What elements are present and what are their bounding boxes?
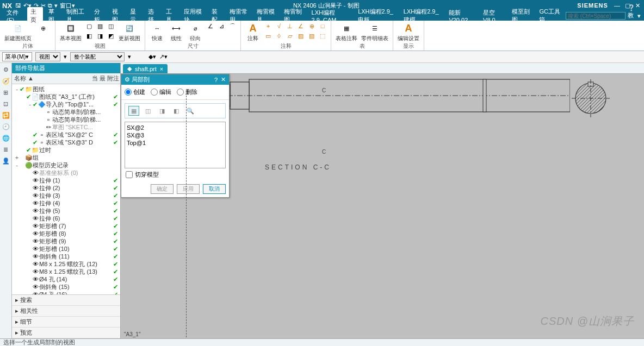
tree-node[interactable]: 👁基准坐标系 (0) [12, 169, 120, 177]
apply-button[interactable]: 应用 [177, 184, 200, 194]
dialog-close-icon[interactable]: ✕ [221, 76, 226, 83]
tree-node[interactable]: +📦组 [12, 154, 120, 161]
step-curve-icon[interactable]: ◧ [171, 106, 182, 116]
search-input[interactable] [566, 12, 626, 20]
view-icon-1[interactable]: ▢ [84, 22, 94, 30]
sel-icon-1[interactable]: ◆▾ [148, 53, 156, 60]
tree-node[interactable]: -✔🔷导入的 "Top@1"...✔ [12, 100, 120, 108]
browser-icon[interactable]: 🌐 [2, 135, 10, 142]
annot-icon-9[interactable]: ▱ [285, 32, 295, 40]
col-attach[interactable]: 当 最 附注 [88, 73, 120, 84]
linear-dim-button[interactable]: ⟷线性 [168, 22, 185, 41]
tree-node[interactable]: 👁拉伸 (6)✔ [12, 215, 120, 222]
tree-node[interactable]: ✔📁过时 [12, 146, 120, 154]
tree-node[interactable]: 👁M8 x 1.25 螺纹孔 (12)✔ [12, 260, 120, 268]
graphics-window[interactable]: ◆ shaft.prt × ⚙ 局部剖 ? ✕ 创建 编辑 删除 ▦ ◫ [121, 63, 644, 338]
assembly-nav-icon[interactable]: ⊞ [3, 89, 8, 96]
update-view-button[interactable]: 🔄更新视图 [117, 22, 141, 41]
constraint-icon[interactable]: ⊡ [3, 100, 8, 108]
menu-button[interactable]: 菜单(M)▾ [2, 52, 32, 61]
acc-search[interactable]: ▸ 搜索 [12, 295, 120, 306]
tree-node[interactable]: -🟢模型历史记录 [12, 161, 120, 169]
tree-node[interactable]: ✔▫表区域 "SX@2" C✔ [12, 131, 120, 139]
annot-icon-3[interactable]: ⊥ [285, 22, 295, 30]
filter-icon-1[interactable]: ▾ [64, 53, 67, 60]
tree-node[interactable]: 👁拉伸 (5)✔ [12, 207, 120, 215]
acc-detail[interactable]: ▸ 细节 [12, 317, 120, 328]
table-note-button[interactable]: ▦表格注释 [335, 22, 358, 41]
step-base-point-icon[interactable]: ◫ [143, 106, 153, 116]
tree-node[interactable]: 👁拉伸 (3)✔ [12, 192, 120, 199]
step-extrude-icon[interactable]: ◨ [157, 106, 168, 116]
tab-close-icon[interactable]: × [160, 66, 163, 72]
history-icon[interactable]: 🕘 [2, 123, 10, 130]
tree-node[interactable]: 👁矩形槽 (8)✔ [12, 230, 120, 237]
ribbon-collapse-icon[interactable]: ▾ [637, 12, 641, 20]
view-icon-2[interactable]: ▥ [95, 22, 105, 30]
annot-icon-11[interactable]: ▧ [307, 32, 317, 40]
annot-icon-6[interactable]: □ [318, 22, 327, 30]
roles-icon[interactable]: 👤 [2, 158, 10, 165]
reuse-icon[interactable]: 🔁 [2, 112, 10, 119]
radio-create[interactable]: 创建 [125, 88, 145, 96]
tree-node[interactable]: 👁拉伸 (4)✔ [12, 199, 120, 207]
tree-node[interactable]: 👁拉伸 (1)✔ [12, 177, 120, 184]
tab-nengxin[interactable]: 能新 V20.02 [445, 8, 478, 24]
view-icon-5[interactable]: ◨ [95, 32, 105, 40]
sel-icon-2[interactable]: ↗▾ [159, 53, 168, 60]
dialog-view-list[interactable]: SX@2 SX@3 Top@1 [125, 122, 226, 168]
navigator-icon[interactable]: 🧭 [2, 78, 10, 85]
note-button[interactable]: A注释 [244, 22, 262, 41]
edit-settings-button[interactable]: A编辑设置 [397, 22, 420, 41]
rapid-dim-button[interactable]: ↔快速 [148, 22, 166, 41]
acc-preview[interactable]: ▸ 预览 [12, 328, 120, 338]
tree-node[interactable]: -✔📁图纸 [12, 85, 120, 93]
annot-icon-12[interactable]: ⬚ [318, 32, 327, 40]
list-item[interactable]: SX@3 [127, 131, 224, 139]
base-view-button[interactable]: 🔲基本视图 [59, 22, 83, 41]
view-icon-6[interactable]: ◩ [106, 32, 116, 40]
tree-node[interactable]: 👁倒斜角 (11)✔ [12, 253, 120, 260]
tree-node[interactable]: 👁Ø4 孔 (16)✔ [12, 291, 120, 294]
annot-icon-1[interactable]: ⌖ [263, 22, 273, 30]
navigator-tree[interactable]: -✔📁图纸 ✔📄图纸页 "A3_1" (工作)✔-✔🔷导入的 "Top@1"..… [12, 84, 120, 294]
tree-node[interactable]: ▫动态简单剖/阶梯... [12, 108, 120, 116]
tree-node[interactable]: ✏草图 "SKETC... [12, 123, 120, 131]
tree-node[interactable]: 👁Ø4 孔 (14)✔ [12, 275, 120, 283]
annot-icon-2[interactable]: √ [274, 22, 284, 30]
ok-button[interactable]: 确定 [151, 184, 174, 194]
view-icon-3[interactable]: ◫ [106, 22, 116, 30]
annot-icon-10[interactable]: ▨ [296, 32, 306, 40]
acc-dependency[interactable]: ▸ 相关性 [12, 306, 120, 317]
dialog-header[interactable]: ⚙ 局部剖 ? ✕ [121, 74, 229, 85]
layers-icon[interactable]: ≣ [3, 146, 8, 153]
tree-node[interactable]: 👁矩形槽 (9)✔ [12, 237, 120, 245]
help-link[interactable]: ❔ 教程 [628, 4, 635, 28]
tree-node[interactable]: ✔▫表区域 "SX@3" D✔ [12, 139, 120, 146]
gear-icon[interactable]: ⚙ [3, 66, 9, 73]
cancel-button[interactable]: 取消 [203, 184, 226, 194]
tab-shaft[interactable]: ◆ shaft.prt × [123, 64, 168, 73]
tab-mozhi[interactable]: 模至刻图 [509, 7, 534, 24]
annot-icon-4[interactable]: ∠ [296, 22, 306, 30]
annot-icon-8[interactable]: ◊ [274, 32, 284, 40]
tab-gc-toolbox[interactable]: GC工具箱 [536, 7, 564, 24]
sheet-more-button[interactable]: ⊕ [34, 22, 52, 35]
list-item[interactable]: Top@1 [127, 139, 224, 147]
tree-node[interactable]: 👁矩形槽 (10)✔ [12, 245, 120, 253]
dim-icon-3[interactable]: ⌒ [227, 22, 237, 30]
dim-icon-1[interactable]: ∠ [206, 22, 215, 30]
radio-edit[interactable]: 编辑 [151, 88, 171, 96]
radio-delete[interactable]: 删除 [177, 88, 197, 96]
dim-icon-2[interactable]: ⊿ [216, 22, 226, 30]
dialog-help-icon[interactable]: ? [214, 77, 218, 83]
filter-type[interactable]: 视图 [35, 52, 60, 61]
list-item[interactable]: SX@2 [127, 124, 224, 131]
col-name[interactable]: 名称 ▲ [12, 73, 88, 84]
parts-list-button[interactable]: ☰零件明细表 [360, 22, 389, 41]
tree-node[interactable]: ▫动态简单剖/阶梯... [12, 116, 120, 123]
radial-dim-button[interactable]: ⌀径向 [187, 22, 204, 41]
filter-scope[interactable]: 整个装配 [70, 52, 125, 61]
tree-node[interactable]: 👁矩形槽 (7)✔ [12, 222, 120, 230]
view-icon-4[interactable]: ◧ [84, 32, 94, 40]
